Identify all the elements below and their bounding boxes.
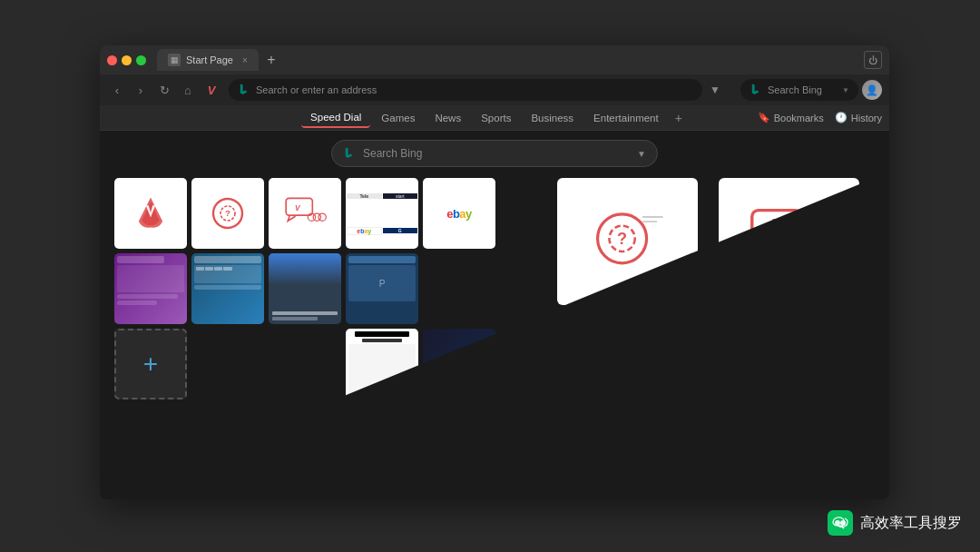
startme-mini: start: [396, 193, 405, 199]
large-card-community[interactable]: V: [719, 178, 859, 305]
blue2-content: P: [346, 253, 418, 324]
tab-sports[interactable]: Sports: [472, 109, 520, 127]
bookmarks-bar: Speed Dial Games News Sports Business En…: [100, 105, 889, 131]
home-button[interactable]: ⌂: [178, 80, 198, 100]
startme-sub-label: FOR VIVALDI: [443, 367, 476, 372]
minimize-button[interactable]: [122, 55, 132, 65]
ebay-logo-text: ebay™: [583, 379, 673, 421]
plus-icon: +: [143, 350, 158, 379]
blue-calendar: [194, 265, 261, 283]
reload-button[interactable]: ↻: [154, 80, 174, 100]
purple-content: [114, 253, 187, 324]
photo-line1: [272, 311, 338, 315]
svg-text:V: V: [295, 203, 301, 212]
bookmarks-button[interactable]: 🔖 Bookmarks: [758, 112, 824, 123]
dial-telegraph[interactable]: [346, 329, 418, 399]
new-tab-button[interactable]: +: [262, 51, 280, 69]
dial-ebay-small[interactable]: ebay: [423, 178, 495, 249]
dial-add-button[interactable]: +: [114, 329, 187, 399]
search-bar-nav[interactable]: Search Bing ▼: [740, 79, 858, 101]
vivaldi-logo-svg: [131, 193, 171, 233]
dial-vivaldi[interactable]: [114, 178, 187, 249]
tab-news[interactable]: News: [426, 109, 470, 127]
youtube-play-triangle: [730, 392, 745, 409]
youtube-logo: YouTube: [719, 386, 859, 415]
search-dropdown-arrow[interactable]: ▼: [842, 86, 849, 94]
tab-business[interactable]: Business: [522, 109, 583, 127]
watermark: 高效率工具搜罗: [828, 510, 962, 536]
ebay-mini: ebay: [357, 228, 371, 234]
power-icon: ⏻: [868, 55, 877, 65]
cal-1: [196, 267, 204, 271]
startme-label: startme: [443, 357, 476, 366]
dial-covered-2: [191, 329, 264, 399]
ebay-e: e: [583, 379, 602, 421]
dropdown-arrow[interactable]: ▼: [710, 84, 720, 96]
telegraph-mini: Tele: [359, 193, 368, 199]
content-search-bar[interactable]: Search Bing ▼: [331, 140, 658, 167]
vivaldi-menu-button[interactable]: V: [201, 80, 221, 100]
content-bing-icon: [343, 146, 356, 161]
ebay-a: a: [623, 379, 642, 421]
bing-icon-nav: [238, 83, 250, 97]
blue2-header: [348, 256, 416, 263]
cal-2: [205, 267, 213, 271]
dial-multi[interactable]: Tele start ebay G: [346, 178, 418, 249]
tab-entertainment[interactable]: Entertainment: [584, 109, 668, 127]
ebay-b: b: [602, 379, 623, 421]
blue-text: [194, 285, 261, 290]
nav-tab-more[interactable]: +: [670, 111, 688, 125]
dial-photo-site[interactable]: [269, 253, 341, 324]
large-card-help[interactable]: ?: [557, 178, 698, 305]
forward-button[interactable]: ›: [131, 80, 151, 100]
photo-text-area: [272, 311, 338, 320]
address-text: Search or enter an address: [256, 84, 377, 95]
title-bar: ▦ Start Page × + ⏻: [100, 45, 889, 74]
wechat-icon: [828, 510, 853, 536]
power-button[interactable]: ⏻: [864, 51, 882, 69]
help-icon-small: ?: [210, 195, 246, 232]
history-button[interactable]: 🕐 History: [835, 112, 882, 123]
telegraph-sub: [362, 339, 402, 342]
telegraph-body: [348, 344, 416, 397]
dial-purple-site[interactable]: [114, 253, 187, 324]
ebay-large-logo: ebay™: [583, 381, 673, 419]
dial-startme[interactable]: startme FOR VIVALDI: [423, 329, 495, 399]
bookmark-icon: 🔖: [758, 112, 770, 123]
ebay-trademark: ™: [662, 388, 672, 402]
maximize-button[interactable]: [136, 55, 146, 65]
wechat-logo-svg: [831, 514, 849, 532]
large-card-youtube[interactable]: YouTube: [719, 337, 859, 464]
speed-dial-section: ? V: [114, 178, 532, 399]
telegraph-content: [348, 331, 416, 397]
tab-close-icon[interactable]: ×: [242, 55, 248, 65]
large-card-ebay[interactable]: ebay™: [557, 337, 698, 464]
tab-speed-dial[interactable]: Speed Dial: [301, 108, 370, 128]
bing-search-icon: [750, 83, 762, 97]
startme-content: startme FOR VIVALDI: [443, 357, 476, 372]
svg-text:?: ?: [225, 208, 230, 218]
tab-games[interactable]: Games: [372, 109, 424, 127]
dial-empty-1: [423, 253, 495, 324]
dial-community[interactable]: V: [269, 178, 341, 249]
dial-blue-site[interactable]: [191, 253, 264, 324]
dial-blue2-site[interactable]: P: [346, 253, 418, 324]
search-bar-placeholder: Search Bing: [768, 84, 822, 95]
tab-start-page[interactable]: ▦ Start Page ×: [157, 49, 259, 71]
address-bar[interactable]: Search or enter an address: [229, 79, 702, 101]
multi-thumb-3: ebay: [347, 227, 382, 235]
youtube-wordmark: YouTube: [764, 387, 859, 415]
content-search-arrow: ▼: [637, 149, 646, 159]
favicon-icon: ▦: [171, 55, 179, 64]
user-avatar[interactable]: 👤: [862, 80, 882, 100]
close-button[interactable]: [107, 55, 117, 65]
watermark-label: 高效率工具搜罗: [860, 514, 962, 533]
purple-text1: [117, 294, 178, 299]
content-search-placeholder: Search Bing: [363, 147, 422, 160]
purple-img: [117, 265, 184, 292]
back-button[interactable]: ‹: [107, 80, 127, 100]
main-content: ? V: [114, 178, 875, 490]
history-icon: 🕐: [835, 112, 848, 123]
dial-help-1[interactable]: ?: [191, 178, 264, 249]
browser-window: ▦ Start Page × + ⏻ ‹ › ↻ ⌂ V Search or e…: [100, 45, 889, 499]
